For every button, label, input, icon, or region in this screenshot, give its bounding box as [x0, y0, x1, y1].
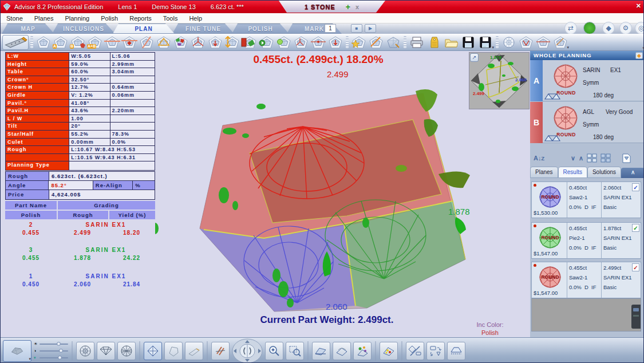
yield-percent-button[interactable] — [406, 342, 424, 360]
plan-tool-whole-icon[interactable] — [35, 35, 52, 50]
contrast-slider[interactable]: ◑ — [34, 349, 68, 353]
part-row-3[interactable]: 3SARIN EX1 0.4551.87824.22 — [5, 247, 155, 261]
inclusions-map-icon[interactable] — [172, 35, 189, 50]
window-close-icon[interactable]: ✕ — [636, 2, 641, 10]
show-saw-button[interactable] — [185, 342, 203, 360]
girdle-line-icon[interactable] — [310, 35, 327, 50]
drop-mark-icon[interactable] — [327, 35, 344, 50]
pavilion-view-button[interactable] — [117, 342, 136, 360]
saw-plane-horizontal-icon[interactable] — [104, 35, 121, 50]
solution-row-1[interactable]: ROUND $1,530.00 0.450ctSaw2-10.0% D IF 2… — [531, 182, 641, 218]
chevron-down-icon[interactable]: ∨ — [571, 155, 575, 162]
status-indicator-icon[interactable] — [583, 22, 596, 34]
tab-plan[interactable]: PLAN — [113, 23, 175, 34]
expand-inset-icon[interactable]: ↗ — [470, 53, 479, 62]
tab-results[interactable]: Results — [558, 167, 587, 178]
toolbar-handle[interactable] — [346, 36, 349, 49]
rotate-plan-icon[interactable]: ▾ — [552, 35, 569, 50]
part-row-1[interactable]: 1SARIN EX1 0.4502.06021.84 — [5, 273, 155, 287]
girdle-split-icon[interactable] — [535, 35, 552, 50]
symmetry[interactable]: Symm — [583, 80, 599, 86]
save-icon[interactable] — [460, 35, 477, 50]
stone-view-mode-button[interactable]: ▾ — [3, 340, 31, 362]
toolbar-handle[interactable] — [496, 36, 499, 49]
stone-tab[interactable]: 1 STONE + x — [279, 1, 385, 13]
tab-fine-tune[interactable]: FINE TUNE — [172, 23, 234, 34]
two-stones-outline-icon[interactable] — [155, 35, 172, 50]
menu-tools[interactable]: Tools — [157, 15, 184, 22]
color-inclusions-button[interactable] — [353, 342, 372, 360]
saw-plane-diagonal-icon[interactable] — [138, 35, 155, 50]
panel-widget[interactable] — [631, 305, 641, 329]
hatch-toggle-button[interactable] — [211, 342, 230, 360]
tab-inclusions[interactable]: INCLUSIONS — [52, 23, 115, 34]
gear-icon[interactable]: ⚙ — [619, 22, 632, 34]
price-tag-icon[interactable] — [425, 35, 442, 50]
plan-tool-part-b-icon[interactable]: B — [69, 35, 86, 50]
transparency-slider[interactable]: ▾ — [34, 356, 68, 360]
zoom-in-button[interactable] — [265, 342, 283, 360]
report-document-icon[interactable] — [622, 153, 631, 163]
open-folder-icon[interactable] — [442, 35, 460, 50]
planning-options-icon[interactable]: ◆ — [635, 52, 643, 59]
zoom-region-button[interactable] — [286, 342, 304, 360]
rough-photo-inset[interactable]: 1.878 2.060 2.499 ↗ — [469, 52, 530, 109]
planning-row-a[interactable]: A ROUND SARIN EX1 Symm 180 deg — [530, 60, 644, 101]
favorite-star-icon[interactable] — [350, 35, 368, 50]
brightness-slider[interactable]: ☀ — [34, 342, 68, 346]
play-button[interactable]: ▶ — [365, 24, 376, 33]
collapse-panel-icon[interactable]: ∧ — [621, 168, 644, 178]
close-stone-icon[interactable]: x — [355, 3, 359, 10]
tab-solutions[interactable]: Solutions — [587, 167, 621, 178]
menu-reports[interactable]: Reports — [124, 15, 157, 22]
swap-solution-button[interactable] — [426, 342, 445, 360]
flag-check-icon[interactable]: ✓ — [632, 263, 639, 271]
flag-check-icon[interactable]: ✓ — [632, 183, 639, 191]
tilt-stone-button[interactable] — [333, 342, 351, 360]
stop-button[interactable]: ■ — [351, 24, 362, 33]
profile-view-button[interactable] — [447, 342, 465, 360]
diamond-settings-icon[interactable]: ◆ — [602, 22, 615, 34]
measure-slash-icon[interactable] — [368, 35, 385, 50]
grade[interactable]: EX1 — [610, 67, 621, 73]
cap-remove-icon[interactable] — [207, 35, 224, 50]
symmetry[interactable]: Symm — [583, 121, 599, 128]
toolbar-handle[interactable] — [30, 36, 33, 49]
add-stone-icon[interactable]: + — [346, 2, 351, 11]
tab-polish[interactable]: POLISH — [232, 23, 289, 34]
pavilion-down-icon[interactable] — [517, 35, 535, 50]
chevron-up-icon[interactable]: ∧ — [579, 155, 583, 162]
run-plan-icon[interactable] — [258, 35, 275, 50]
top-view-icon[interactable] — [500, 35, 517, 50]
tab-map[interactable]: MAP — [2, 23, 54, 34]
solution-row-2[interactable]: ROUND $1,547.00 0.455ctPie2-10.0% D IF 1… — [531, 222, 641, 259]
best-solution-icon[interactable] — [275, 35, 293, 50]
menu-help[interactable]: Help — [183, 15, 208, 22]
crown-angle-button[interactable] — [312, 342, 330, 360]
menu-planes[interactable]: Planes — [29, 15, 60, 22]
inclusion-colors-button[interactable] — [380, 342, 398, 360]
part-row-2[interactable]: 2SARIN EX1 0.4552.49918.20 — [5, 222, 155, 236]
saw-plane-center-icon[interactable] — [121, 35, 138, 50]
pan-arrows-icon[interactable]: ⇄ — [564, 22, 577, 34]
crown-view-button[interactable] — [97, 342, 115, 360]
plan-tool-part-a-icon[interactable]: A — [52, 35, 69, 50]
degrees[interactable]: 180 deg — [593, 92, 614, 98]
inc-color-value[interactable]: Polish — [464, 329, 516, 336]
split-tool-2-icon[interactable] — [293, 35, 310, 50]
height-adjust-icon[interactable] — [224, 35, 241, 50]
show-plan-button[interactable] — [144, 342, 162, 360]
degrees[interactable]: 180 deg — [593, 134, 614, 140]
grading-standard[interactable]: AGL — [583, 109, 594, 115]
saw-tool-button[interactable]: ▾ — [2, 35, 29, 50]
menu-planning[interactable]: Planning — [59, 15, 95, 22]
tab-planes[interactable]: Planes — [530, 167, 558, 178]
multi-select-icon[interactable] — [587, 153, 597, 163]
report-book-icon[interactable] — [241, 35, 258, 50]
stone-3d-view[interactable]: 0.455ct. (2.499ct.) 18.20% 2.499 1.878 2… — [155, 51, 530, 337]
menu-stone[interactable]: Stone — [1, 15, 29, 22]
solution-row-3[interactable]: ROUND $1,547.00 0.455ctSaw2-10.0% D IF 2… — [531, 262, 641, 298]
save-as-icon[interactable]: ...▾ — [477, 35, 494, 50]
menu-polish[interactable]: Polish — [95, 15, 124, 22]
planning-row-b[interactable]: B ROUND AGL Very Good Symm 180 deg — [530, 102, 644, 143]
